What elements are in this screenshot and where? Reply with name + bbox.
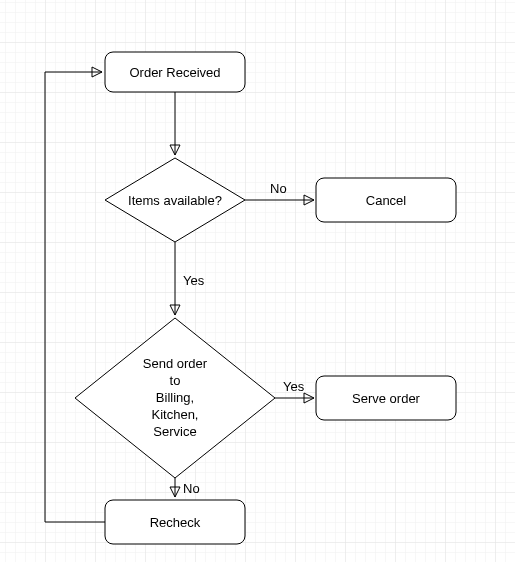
node-send-order-l4: Kitchen, xyxy=(152,407,199,422)
edge-send-no-label: No xyxy=(183,481,200,496)
node-recheck-label: Recheck xyxy=(150,515,201,530)
node-serve-order[interactable]: Serve order xyxy=(316,376,456,420)
node-send-order-l3: Billing, xyxy=(156,390,194,405)
edge-send-yes-label: Yes xyxy=(283,379,305,394)
edge-items-yes-label: Yes xyxy=(183,273,205,288)
node-send-order-l2: to xyxy=(170,373,181,388)
node-order-received-label: Order Received xyxy=(129,65,220,80)
canvas-grid xyxy=(0,0,515,562)
node-send-order-l1: Send order xyxy=(143,356,208,371)
node-send-order-l5: Service xyxy=(153,424,196,439)
node-items-available-label: Items available? xyxy=(128,193,222,208)
node-recheck[interactable]: Recheck xyxy=(105,500,245,544)
node-cancel-label: Cancel xyxy=(366,193,407,208)
node-order-received[interactable]: Order Received xyxy=(105,52,245,92)
node-cancel[interactable]: Cancel xyxy=(316,178,456,222)
node-serve-order-label: Serve order xyxy=(352,391,421,406)
edge-items-no-label: No xyxy=(270,181,287,196)
